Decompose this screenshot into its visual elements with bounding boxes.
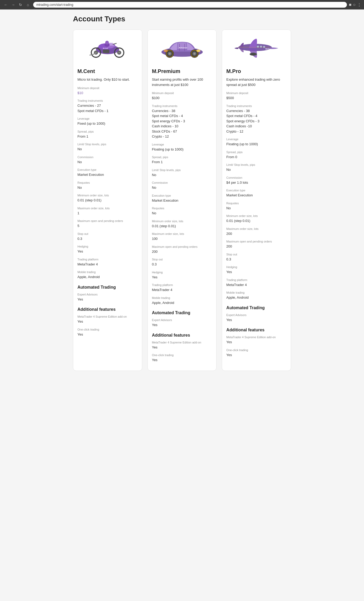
mpro-mobile-value: Apple, Android [226,295,287,300]
mpro-max-order-value: 200 [226,231,287,236]
mpro-leverage: Leverage Floating (up to 1000) [226,138,287,147]
mpro-spread-value: From 0 [226,154,287,160]
mpremium-commission-label: Commission [152,181,212,184]
mpremium-stop-levels-value: No [152,172,212,178]
mpro-stop-out-value: 0.3 [226,257,287,262]
mpremium-additional-title: Additional features [152,333,212,338]
mpro-max-order-label: Maximum order size, lots [226,227,287,230]
mpremium-one-click: One-click trading Yes [152,353,212,363]
mcent-execution-value: Market Execution [77,172,138,177]
mpremium-execution-label: Execution type [152,194,212,197]
mpremium-requotes: Requotes No [152,207,212,216]
mpremium-leverage-value: Floating (up to 1000) [152,147,212,152]
motorcycle-icon: M.Cent [77,34,138,60]
mpremium-min-deposit-value: $100 [152,95,212,101]
mcent-mt4-addon-value: Yes [77,319,138,324]
card-mpremium-body: M.Premium Start earning profits with ove… [148,64,217,371]
mcent-stop-levels-value: No [77,147,138,152]
mpremium-hedging: Hedging Yes [152,271,212,280]
mpro-execution-label: Execution type [226,189,287,192]
mpro-min-deposit-label: Minimum deposit [226,91,287,95]
mpremium-max-pending-value: 200 [152,249,212,254]
mcent-stop-out-label: Stop out [77,232,138,235]
mpremium-hedging-value: Yes [152,275,212,280]
mcent-mobile: Mobile trading Apple, Android [77,270,138,280]
mpremium-commission-value: No [152,185,212,190]
mpro-one-click-label: One-click trading [226,348,287,352]
mpro-hedging-label: Hedging [226,265,287,269]
url-text: mtrading.com/start-trading [36,3,73,7]
mpro-mt4-addon-label: MetaTrader 4 Supreme Edition add-on [226,336,287,339]
mpro-min-order-label: Minimum order size, lots [226,214,287,217]
mcent-commission: Commission No [77,156,138,165]
mcent-mt4-addon: MetaTrader 4 Supreme Edition add-on Yes [77,315,138,324]
mpro-requotes-label: Requotes [226,202,287,205]
mpro-min-deposit: Minimum deposit $500 [226,91,287,101]
mpremium-max-pending: Maximum open and pending orders 200 [152,245,212,254]
svg-text:M.Pro: M.Pro [265,48,270,50]
mpro-max-pending-value: 200 [226,244,287,249]
mpremium-stop-out: Stop out 0.3 [152,258,212,267]
mpro-one-click-value: Yes [226,352,287,358]
mcent-desc: Micro lot trading. Only $10 to start. [77,77,138,82]
mpremium-expert-advisors-label: Expert Advisors [152,318,212,322]
home-button[interactable]: ⌂ [25,2,31,8]
mcent-instruments: Trading instruments Currencies - 27Spot … [77,99,138,113]
mcent-min-order: Minimum order size, lots 0.01 (step 0.01… [77,194,138,203]
browser-actions: ■ ○ ⋮ [349,2,361,7]
mcent-expert-advisors: Expert Advisors Yes [77,293,138,302]
car-icon: M.Premium [152,34,212,60]
mcent-stop-out-value: 0.3 [77,236,138,241]
back-button[interactable]: ← [3,2,9,8]
mpro-stop-out-label: Stop out [226,253,287,256]
svg-point-23 [164,50,168,52]
mpro-execution: Execution type Market Execution [226,189,287,198]
mpremium-desc: Start earning profits with over 100 inst… [152,77,212,87]
mpro-stop-levels-label: Limit/ Stop levels, pips [226,163,287,166]
mcent-one-click-value: Yes [77,332,138,337]
mcent-stop-levels-label: Limit/ Stop levels, pips [77,143,138,146]
mcent-requotes: Requotes No [77,181,138,190]
forward-button[interactable]: → [10,2,16,8]
page-title: Account Types [73,15,291,23]
mcent-leverage: Leverage Fixed (up to 1000) [77,117,138,126]
mpremium-max-order-value: 100 [152,236,212,241]
mpro-spread-label: Spread, pips [226,151,287,154]
mpro-platform-label: Trading platform [226,278,287,282]
mcent-max-pending-label: Maximum open and pending orders [77,219,138,222]
browser-nav: ← → ↻ ⌂ [3,2,31,8]
mpro-commission: Commission $4 per 1.0 lots [226,176,287,185]
mpro-instruments-value: Currencies - 38Spot metal CFDs - 4Spot e… [226,108,287,134]
svg-point-31 [263,46,265,48]
mpremium-instruments-value: Currencies - 38Spot metal CFDs - 4Spot e… [152,108,212,139]
mcent-spread-label: Spread, pips [77,130,138,133]
mcent-instruments-label: Trading instruments [77,99,138,102]
mcent-mt4-addon-label: MetaTrader 4 Supreme Edition add-on [77,315,138,318]
mcent-platform-label: Trading platform [77,258,138,261]
mpremium-mobile-label: Mobile trading [152,296,212,299]
address-bar[interactable]: mtrading.com/start-trading [33,2,347,8]
mcent-one-click: One-click trading Yes [77,328,138,337]
mpro-max-order: Maximum order size, lots 200 [226,227,287,236]
mcent-instruments-value: Currencies - 27Spot metal CFDs - 1 [77,103,138,113]
mcent-expert-advisors-value: Yes [77,297,138,302]
mcent-min-deposit: Minimum deposit $10 [77,86,138,96]
mcent-automated-title: Automated Trading [77,285,138,290]
extensions-icon[interactable]: ■ [349,2,352,7]
card-mcent-body: M.Cent Micro lot trading. Only $10 to st… [73,64,142,371]
mcent-hedging: Hedging Yes [77,245,138,254]
mcent-min-deposit-label: Minimum deposit [77,86,138,90]
mpro-commission-label: Commission [226,176,287,179]
mpro-title: M.Pro [226,68,287,74]
mpremium-hedging-label: Hedging [152,271,212,274]
profile-icon[interactable]: ○ [353,2,356,7]
svg-point-7 [118,52,120,54]
refresh-button[interactable]: ↻ [17,2,24,8]
mpremium-max-order-label: Maximum order size, lots [152,232,212,235]
mpro-commission-value: $4 per 1.0 lots [226,180,287,185]
menu-icon[interactable]: ⋮ [357,2,361,7]
mcent-min-order-label: Minimum order size, lots [77,194,138,197]
cards-grid: M.Cent M.Cent Micro lot trading. Only $1… [73,30,291,371]
mcent-leverage-value: Fixed (up to 1000) [77,121,138,126]
mpro-expert-advisors-label: Expert Advisors [226,313,287,317]
